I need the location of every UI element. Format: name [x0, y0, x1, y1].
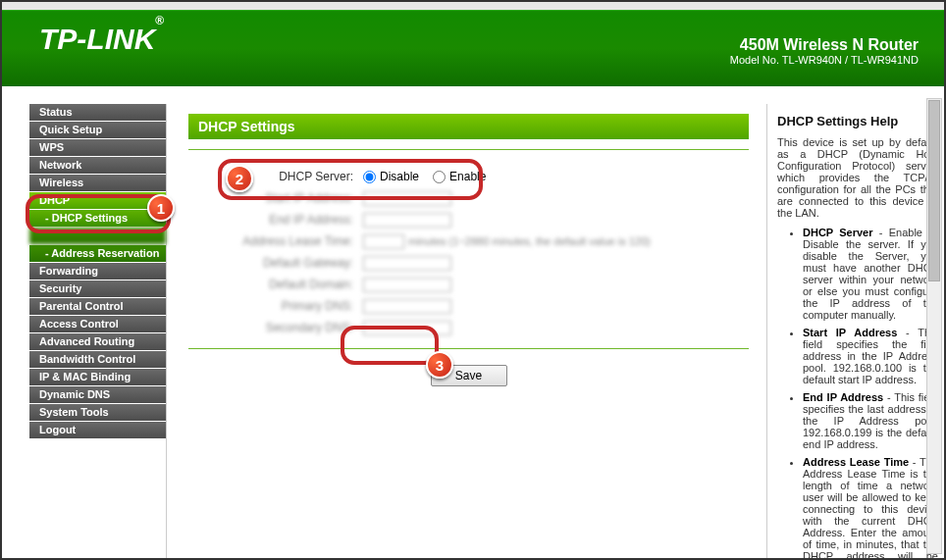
nav-dhcp-clients[interactable] — [29, 228, 166, 244]
divider — [188, 348, 749, 349]
nav-address-reservation[interactable]: - Address Reservation — [29, 245, 166, 262]
nav-advanced-routing[interactable]: Advanced Routing — [29, 333, 166, 350]
save-button[interactable]: Save — [431, 365, 507, 386]
dhcp-form: DHCP Server: Disable Enable Start IP Add… — [188, 166, 749, 338]
row-label: Start IP Address: — [236, 191, 363, 205]
nav-bandwidth-control[interactable]: Bandwidth Control — [29, 351, 166, 368]
row-label: End IP Address: — [236, 213, 363, 227]
nav-sidebar: Status Quick Setup WPS Network Wireless … — [2, 86, 166, 558]
nav-wireless[interactable]: Wireless — [29, 175, 166, 191]
row-label: Primary DNS: — [236, 299, 363, 313]
product-info: 450M Wireless N Router Model No. TL-WR94… — [730, 36, 919, 66]
help-panel: DHCP Settings Help This device is set up… — [767, 86, 944, 558]
main-content: DHCP Settings DHCP Server: Disable Enabl… — [167, 86, 766, 558]
label-enable: Enable — [449, 170, 486, 183]
lease-input[interactable] — [363, 234, 404, 249]
nav-network[interactable]: Network — [29, 157, 166, 174]
lease-hint: minutes (1~2880 minutes, the default val… — [408, 235, 651, 247]
radio-enable[interactable] — [433, 171, 446, 183]
dns2-input[interactable] — [363, 321, 451, 335]
help-item: DHCP Server - Enable or Disable the serv… — [803, 227, 938, 321]
help-item: Start IP Address - This field specifies … — [803, 327, 938, 385]
nav-security[interactable]: Security — [29, 280, 166, 297]
nav-dynamic-dns[interactable]: Dynamic DNS — [29, 386, 166, 403]
row-label: Default Domain: — [236, 278, 363, 291]
help-list: DHCP Server - Enable or Disable the serv… — [777, 227, 938, 558]
help-item: End IP Address - This field specifies th… — [803, 391, 938, 450]
scrollbar-thumb[interactable] — [928, 100, 940, 281]
scroll-margin — [2, 2, 944, 10]
nav-ip-mac-binding[interactable]: IP & MAC Binding — [29, 369, 166, 385]
label-disable: Disable — [380, 170, 419, 183]
divider — [188, 149, 749, 150]
dns1-input[interactable] — [363, 299, 451, 314]
product-title: 450M Wireless N Router — [730, 36, 919, 54]
nav-wps[interactable]: WPS — [29, 139, 166, 156]
nav-logout[interactable]: Logout — [29, 422, 166, 438]
row-label: Address Lease Time: — [236, 234, 363, 248]
help-scrollbar[interactable] — [926, 98, 942, 554]
router-admin-page: { "banner": { "logo": "TP-LINK", "produc… — [0, 0, 946, 560]
help-title: DHCP Settings Help — [777, 114, 938, 128]
nav-system-tools[interactable]: System Tools — [29, 404, 166, 421]
nav-dhcp-settings[interactable]: - DHCP Settings — [29, 210, 166, 227]
nav-status[interactable]: Status — [29, 104, 166, 121]
brand-logo: TP-LINK® — [39, 23, 164, 56]
start-ip-input[interactable] — [363, 191, 451, 206]
header-banner: TP-LINK® 450M Wireless N Router Model No… — [2, 10, 944, 86]
model-number: Model No. TL-WR940N / TL-WR941ND — [730, 54, 919, 66]
nav-dhcp[interactable]: DHCP — [29, 192, 166, 209]
gateway-input[interactable] — [363, 256, 451, 271]
row-label: Secondary DNS: — [236, 321, 363, 334]
page-title: DHCP Settings — [188, 114, 749, 139]
nav-quick-setup[interactable]: Quick Setup — [29, 122, 166, 138]
domain-input[interactable] — [363, 278, 451, 292]
row-label: Default Gateway: — [236, 256, 363, 270]
end-ip-input[interactable] — [363, 213, 451, 228]
radio-disable[interactable] — [363, 171, 376, 183]
nav-access-control[interactable]: Access Control — [29, 316, 166, 332]
dhcp-server-label: DHCP Server: — [236, 170, 363, 183]
nav-forwarding[interactable]: Forwarding — [29, 263, 166, 280]
help-intro: This device is set up by default as a DH… — [777, 136, 938, 219]
help-item: Address Lease Time - The Address Lease T… — [803, 456, 938, 558]
nav-parental-control[interactable]: Parental Control — [29, 298, 166, 315]
